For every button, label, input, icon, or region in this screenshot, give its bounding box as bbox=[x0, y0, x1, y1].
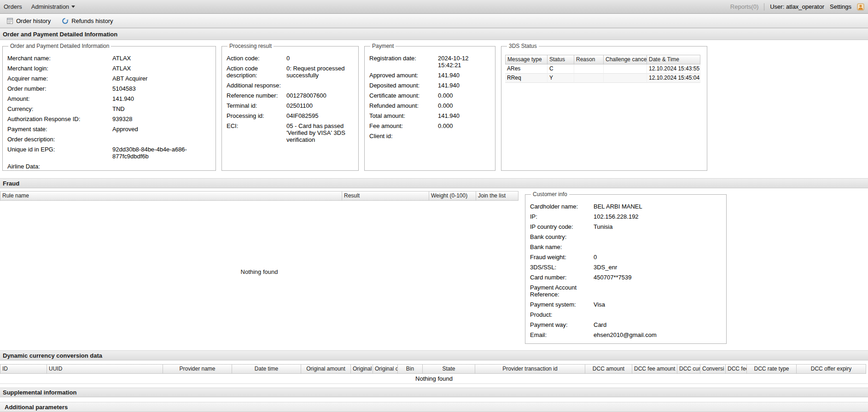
tds-col-reason: Reason bbox=[574, 55, 604, 64]
field-label: Bank country: bbox=[530, 233, 594, 240]
field-label: 3DS/SSL: bbox=[530, 264, 594, 271]
field-label: Card number: bbox=[530, 274, 594, 281]
field-label: Payment Account Reference: bbox=[530, 284, 594, 298]
field-label: Bank name: bbox=[530, 244, 594, 250]
tds-cell bbox=[604, 64, 647, 74]
field-value: 450707**7539 bbox=[594, 274, 722, 281]
field-value: 92dd30b8-84be-4b4e-a686-877fc9dbdf6b bbox=[112, 146, 212, 160]
menu-administration-label: Administration bbox=[31, 3, 69, 10]
menu-settings[interactable]: Settings bbox=[830, 3, 851, 10]
field-label: Total amount: bbox=[369, 112, 438, 119]
menu-reports[interactable]: Reports(0) bbox=[730, 3, 758, 10]
toolbar: Order history Refunds history bbox=[0, 14, 868, 28]
info-row: Deposited amount:141.940 bbox=[368, 82, 491, 89]
dcc-col-dcc-offer-expiry: DCC offer expiry bbox=[797, 364, 866, 374]
field-label: Additional response: bbox=[227, 82, 286, 89]
info-row: Total amount:141.940 bbox=[368, 112, 491, 119]
fraud-col-weight: Weight (0-100) bbox=[429, 191, 476, 201]
refunds-history-button[interactable]: Refunds history bbox=[58, 16, 117, 26]
field-value: 2024-10-12 15:42:21 bbox=[438, 55, 491, 69]
dcc-col-date-time: Date time bbox=[232, 364, 301, 374]
field-label: Order description: bbox=[7, 136, 112, 143]
field-label: Acquirer name: bbox=[7, 75, 112, 82]
order-info-legend: Order and Payment Detailed Information bbox=[8, 43, 111, 49]
fraud-col-rule-name: Rule name bbox=[0, 191, 342, 201]
field-value: ATLAX bbox=[112, 55, 212, 62]
fraud-section-header: Fraud bbox=[0, 178, 868, 188]
info-row: Authorization Response ID:939328 bbox=[6, 116, 212, 122]
tds-grid-header: Message type Status Reason Challenge can… bbox=[505, 55, 703, 64]
field-label: Currency: bbox=[7, 105, 112, 112]
fraud-col-result: Result bbox=[342, 191, 429, 201]
info-row: Merchant name:ATLAX bbox=[6, 55, 212, 62]
user-label: User: atlax_operator bbox=[770, 3, 824, 10]
dcc-col-state: State bbox=[423, 364, 475, 374]
field-value: 141.940 bbox=[438, 82, 491, 89]
field-label: Deposited amount: bbox=[369, 82, 438, 89]
field-value: Card bbox=[594, 321, 722, 328]
field-label: IP country code: bbox=[530, 223, 594, 230]
field-label: Reference number: bbox=[227, 92, 286, 99]
info-row: 3DS/SSL:3DS_enr bbox=[529, 264, 722, 271]
field-label: Payment way: bbox=[530, 321, 594, 328]
field-label: Unique id in EPG: bbox=[7, 146, 112, 160]
field-label: Airline Data: bbox=[7, 163, 112, 170]
tds-status-fieldset: 3DS Status Message type Status Reason Ch… bbox=[501, 43, 707, 171]
info-row: Payment system:Visa bbox=[529, 301, 722, 308]
field-value: 939328 bbox=[112, 116, 212, 122]
dcc-col-provider-transaction-id: Provider transaction id bbox=[475, 364, 585, 374]
info-row: Approved amount:141.940 bbox=[368, 72, 491, 79]
field-label: ECI: bbox=[227, 122, 286, 143]
field-value bbox=[112, 163, 212, 170]
tds-cell: RReq bbox=[505, 74, 548, 83]
user-profile-icon[interactable] bbox=[857, 3, 864, 11]
info-row: Merchant login:ATLAX bbox=[6, 65, 212, 72]
field-label: IP: bbox=[530, 213, 594, 220]
tds-row: RReq Y 12.10.2024 15:45:04 bbox=[505, 74, 703, 83]
info-row: Reference number:001278007600 bbox=[226, 92, 355, 99]
field-value: 0 bbox=[286, 55, 355, 62]
info-row: Card number:450707**7539 bbox=[529, 274, 722, 281]
tds-col-status: Status bbox=[548, 55, 574, 64]
info-row: Order description: bbox=[6, 136, 212, 143]
refunds-history-label: Refunds history bbox=[71, 17, 113, 24]
field-value bbox=[594, 233, 722, 240]
additional-parameters-header: Additional parameters bbox=[0, 402, 868, 412]
processing-result-fieldset: Processing result Action code:0 Action c… bbox=[221, 43, 359, 171]
info-row: Terminal id:02501100 bbox=[226, 102, 355, 109]
payment-legend: Payment bbox=[370, 43, 396, 49]
tds-cell: 12.10.2024 15:45:04 bbox=[647, 74, 700, 83]
field-value: ABT Acquirer bbox=[112, 75, 212, 82]
tds-cell: C bbox=[548, 64, 574, 74]
tds-cell: ARes bbox=[505, 64, 548, 74]
field-value bbox=[594, 284, 722, 298]
tds-cell: 12.10.2024 15:43:55 bbox=[647, 64, 700, 74]
order-history-button[interactable]: Order history bbox=[2, 16, 55, 26]
field-label: Cardholder name: bbox=[530, 203, 594, 210]
info-row: Processing id:04IF082595 bbox=[226, 112, 355, 119]
refunds-history-icon bbox=[62, 17, 69, 24]
chevron-down-icon bbox=[71, 6, 75, 8]
field-label: Payment state: bbox=[7, 126, 112, 133]
field-label: Payment system: bbox=[530, 301, 594, 308]
field-value: 102.156.228.192 bbox=[594, 213, 722, 220]
field-label: Client id: bbox=[369, 133, 438, 139]
dcc-col-dcc-currency: DCC curr bbox=[677, 364, 700, 374]
divider bbox=[764, 3, 764, 11]
menubar: Orders Administration Reports(0) User: a… bbox=[0, 0, 868, 14]
field-value bbox=[594, 311, 722, 318]
detail-fieldsets: Order and Payment Detailed Information M… bbox=[0, 40, 868, 178]
field-label: Order number: bbox=[7, 85, 112, 92]
fraud-col-join-list: Join the list bbox=[476, 191, 518, 201]
dcc-col-provider-name: Provider name bbox=[163, 364, 232, 374]
menu-orders[interactable]: Orders bbox=[4, 3, 22, 10]
info-row: Refunded amount:0.000 bbox=[368, 102, 491, 109]
fraud-grid: Rule name Result Weight (0-100) Join the… bbox=[0, 191, 518, 344]
supplemental-section-header: Supplemental information bbox=[0, 388, 868, 397]
field-label: Refunded amount: bbox=[369, 102, 438, 109]
menu-administration[interactable]: Administration bbox=[31, 3, 75, 10]
tds-cell: Y bbox=[548, 74, 574, 83]
info-row: Product: bbox=[529, 311, 722, 318]
field-value: Approved bbox=[112, 126, 212, 133]
field-label: Fee amount: bbox=[369, 122, 438, 129]
